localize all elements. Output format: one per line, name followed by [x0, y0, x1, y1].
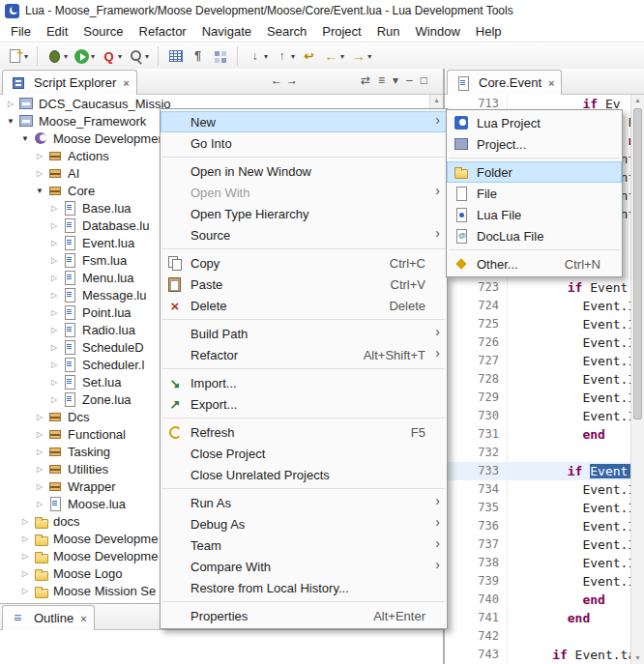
chevron-right-icon[interactable]: ▷ — [33, 152, 46, 160]
context-menu-item-close-project[interactable]: Close Project — [161, 443, 447, 464]
last-edit-location-button[interactable] — [299, 45, 319, 67]
tab-outline[interactable]: Outline × — [2, 605, 95, 630]
chevron-right-icon[interactable]: ▷ — [33, 500, 46, 508]
context-menu-item-refresh[interactable]: RefreshF5 — [161, 421, 447, 443]
chevron-right-icon[interactable]: ▷ — [18, 517, 32, 526]
menubar-item-navigate[interactable]: Navigate — [194, 22, 259, 41]
show-whitespace-button[interactable] — [188, 45, 208, 67]
context-menu-item-open-in-new-window[interactable]: Open in New Window — [161, 160, 447, 182]
context-menu-item-source[interactable]: Source› — [161, 224, 447, 245]
chevron-right-icon[interactable]: ▷ — [47, 343, 61, 352]
submenu-item-lua-file[interactable]: Lua File — [447, 204, 622, 225]
submenu-item-file[interactable]: File — [447, 183, 622, 204]
context-menu-item-copy[interactable]: CopyCtrl+C — [161, 252, 447, 274]
chevron-right-icon[interactable]: ▷ — [47, 326, 61, 334]
search-button[interactable]: ▾ — [126, 45, 151, 67]
chevron-down-icon[interactable]: ▼ — [18, 134, 32, 143]
minimize-button[interactable]: – — [406, 72, 413, 89]
chevron-right-icon[interactable]: ▷ — [33, 447, 46, 456]
context-menu-item-new[interactable]: New› — [161, 111, 447, 132]
context-menu-item-open-type-hierarchy[interactable]: Open Type Hierarchy — [161, 203, 447, 224]
chevron-right-icon[interactable]: ▷ — [18, 552, 32, 561]
submenu-item-lua-project[interactable]: Lua Project — [447, 112, 622, 133]
debug-button[interactable]: ▾ — [44, 45, 70, 67]
chevron-right-icon[interactable]: ▷ — [4, 100, 17, 108]
context-menu-item-build-path[interactable]: Build Path› — [161, 323, 447, 344]
context-menu-item-open-with[interactable]: Open With› — [161, 182, 447, 203]
chevron-right-icon[interactable]: ▷ — [47, 204, 61, 213]
menubar-item-file[interactable]: File — [3, 22, 39, 41]
collapse-all-button[interactable]: ≡ — [378, 72, 385, 89]
menubar-item-edit[interactable]: Edit — [39, 22, 75, 41]
scroll-up-icon[interactable]: ▲ — [430, 95, 443, 106]
chevron-right-icon[interactable]: ▷ — [47, 221, 61, 230]
tab-script-explorer[interactable]: Script Explorer × — [2, 70, 137, 95]
scrollbar-thumb[interactable] — [633, 108, 642, 419]
context-menu-item-compare-with[interactable]: Compare With› — [161, 556, 447, 577]
chevron-right-icon[interactable]: ▷ — [47, 274, 61, 282]
menubar-item-window[interactable]: Window — [408, 22, 468, 41]
chevron-right-icon[interactable]: ▷ — [47, 256, 61, 265]
chevron-right-icon[interactable]: ▷ — [33, 482, 46, 491]
menubar-item-source[interactable]: Source — [75, 22, 131, 41]
context-menu-item-import[interactable]: Import... — [161, 372, 447, 393]
context-menu-item-restore-from-local-history[interactable]: Restore from Local History... — [161, 577, 447, 598]
context-menu-item-run-as[interactable]: Run As› — [161, 492, 447, 513]
context-menu-item-properties[interactable]: PropertiesAlt+Enter — [161, 605, 447, 626]
maximize-button[interactable]: □ — [421, 72, 427, 89]
scroll-down-icon[interactable]: ▼ — [631, 652, 644, 664]
forward-history-button[interactable]: → — [286, 72, 298, 89]
menubar-item-project[interactable]: Project — [314, 22, 368, 41]
submenu-item-other[interactable]: Other...Ctrl+N — [447, 253, 622, 274]
tab-core-event[interactable]: Core.Event × — [447, 70, 562, 95]
package-icon — [47, 183, 63, 198]
new-wizard-button[interactable]: ▾ — [5, 45, 30, 67]
prev-annotation-button[interactable]: ▾ — [272, 45, 297, 67]
view-menu-button[interactable]: ▾ — [393, 72, 398, 89]
submenu-item-folder[interactable]: Folder — [447, 161, 622, 183]
submenu-item-doclua-file[interactable]: DocLua File — [447, 225, 622, 246]
chevron-right-icon[interactable]: ▷ — [33, 169, 46, 178]
submenu-item-project[interactable]: Project... — [447, 133, 622, 155]
chevron-right-icon[interactable]: ▷ — [18, 534, 32, 543]
editor-scrollbar[interactable]: ▲ ▼ — [630, 95, 644, 664]
back-button[interactable]: ▾ — [321, 45, 346, 67]
chevron-right-icon[interactable]: ▷ — [47, 291, 61, 300]
chevron-right-icon[interactable]: ▷ — [33, 430, 46, 439]
close-icon[interactable]: × — [80, 613, 86, 624]
next-annotation-button[interactable]: ▾ — [245, 45, 270, 67]
coverage-button[interactable]: ▾ — [99, 45, 124, 67]
format-blocks-button[interactable] — [210, 45, 230, 67]
context-menu-item-refactor[interactable]: RefactorAlt+Shift+T› — [161, 344, 447, 365]
chevron-right-icon[interactable]: ▷ — [47, 361, 61, 369]
context-menu-item-team[interactable]: Team› — [161, 534, 447, 556]
menubar-item-run[interactable]: Run — [369, 22, 408, 41]
menubar-item-help[interactable]: Help — [468, 22, 510, 41]
context-menu-item-debug-as[interactable]: Debug As› — [161, 513, 447, 534]
chevron-down-icon[interactable]: ▼ — [4, 117, 17, 126]
chevron-right-icon[interactable]: ▷ — [47, 239, 61, 247]
chevron-right-icon[interactable]: ▷ — [33, 465, 46, 474]
context-menu-item-export[interactable]: Export... — [161, 393, 447, 415]
chevron-right-icon[interactable]: ▷ — [47, 395, 61, 404]
forward-button[interactable]: ▾ — [348, 45, 373, 67]
context-menu-item-go-into[interactable]: Go Into — [161, 132, 447, 154]
chevron-right-icon[interactable]: ▷ — [47, 308, 61, 317]
link-with-editor-button[interactable]: ⇄ — [361, 72, 370, 89]
chevron-right-icon[interactable]: ▷ — [47, 378, 61, 387]
menubar-item-refactor[interactable]: Refactor — [132, 22, 194, 41]
chevron-right-icon[interactable]: ▷ — [33, 413, 46, 421]
back-history-button[interactable]: ← — [271, 72, 282, 89]
close-icon[interactable]: × — [123, 77, 129, 89]
chevron-right-icon[interactable]: ▷ — [18, 569, 32, 578]
chevron-down-icon[interactable]: ▼ — [33, 187, 46, 195]
scroll-up-icon[interactable]: ▲ — [631, 95, 644, 106]
close-icon[interactable]: × — [548, 77, 554, 89]
menubar-item-search[interactable]: Search — [259, 22, 314, 41]
context-menu-item-delete[interactable]: DeleteDelete — [161, 295, 447, 316]
new-table-button[interactable] — [165, 45, 186, 67]
context-menu-item-close-unrelated-projects[interactable]: Close Unrelated Projects — [161, 464, 447, 485]
chevron-right-icon[interactable]: ▷ — [18, 587, 32, 595]
context-menu-item-paste[interactable]: PasteCtrl+V — [161, 274, 447, 295]
run-button[interactable]: ▾ — [72, 45, 97, 67]
